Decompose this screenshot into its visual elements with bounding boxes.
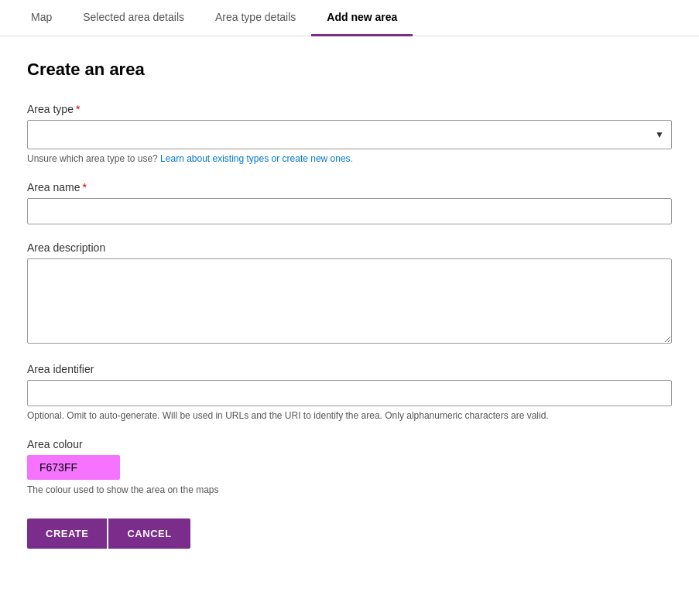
tab-nav: Map Selected area details Area type deta… bbox=[0, 0, 699, 36]
area-colour-label: Area colour bbox=[27, 438, 672, 450]
area-type-hint: Unsure which area type to use? Learn abo… bbox=[27, 153, 672, 164]
area-identifier-label: Area identifier bbox=[27, 363, 672, 375]
tab-map[interactable]: Map bbox=[15, 0, 67, 36]
page-title: Create an area bbox=[27, 60, 672, 80]
area-colour-hint: The colour used to show the area on the … bbox=[27, 484, 672, 495]
tab-area-type-details[interactable]: Area type details bbox=[200, 0, 311, 36]
area-colour-value: F673FF bbox=[39, 461, 77, 474]
area-type-label: Area type* bbox=[27, 103, 672, 115]
cancel-button[interactable]: CANCEL bbox=[108, 518, 190, 549]
tab-add-new-area[interactable]: Add new area bbox=[311, 0, 413, 36]
area-identifier-input[interactable] bbox=[27, 380, 672, 406]
main-content: Create an area Area type* ▼ Unsure which… bbox=[0, 60, 699, 572]
area-name-input[interactable] bbox=[27, 198, 672, 224]
form-actions: CREATE CANCEL bbox=[27, 518, 672, 549]
create-button[interactable]: CREATE bbox=[27, 518, 107, 549]
area-type-select[interactable] bbox=[27, 120, 672, 149]
area-name-group: Area name* bbox=[27, 181, 672, 224]
area-description-group: Area description bbox=[27, 241, 672, 346]
area-colour-group: Area colour F673FF The colour used to sh… bbox=[27, 438, 672, 495]
area-identifier-hint: Optional. Omit to auto-generate. Will be… bbox=[27, 410, 672, 421]
area-description-label: Area description bbox=[27, 241, 672, 254]
area-colour-swatch[interactable]: F673FF bbox=[27, 455, 120, 480]
area-type-group: Area type* ▼ Unsure which area type to u… bbox=[27, 103, 672, 164]
area-type-required: * bbox=[76, 103, 80, 115]
tab-selected-area-details[interactable]: Selected area details bbox=[67, 0, 200, 36]
area-type-select-wrapper: ▼ bbox=[27, 120, 672, 149]
area-name-required: * bbox=[82, 181, 86, 193]
area-name-label: Area name* bbox=[27, 181, 672, 193]
area-description-textarea[interactable] bbox=[27, 258, 672, 344]
area-identifier-group: Area identifier Optional. Omit to auto-g… bbox=[27, 363, 672, 421]
area-type-hint-link[interactable]: Learn about existing types or create new… bbox=[160, 153, 353, 164]
